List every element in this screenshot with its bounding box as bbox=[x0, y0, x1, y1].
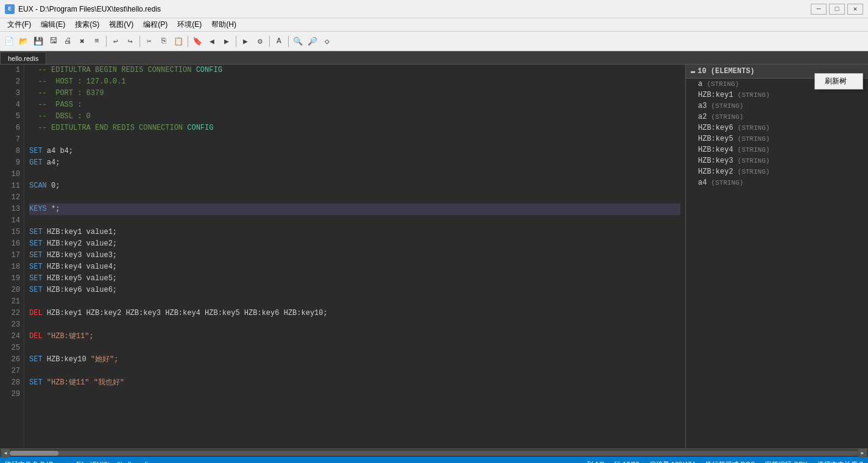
line-number-28: 28 bbox=[0, 377, 20, 389]
line-number-6: 6 bbox=[0, 122, 20, 134]
code-line-29 bbox=[29, 389, 680, 400]
cut-button[interactable]: ✂ bbox=[143, 35, 156, 48]
sep6 bbox=[288, 36, 289, 47]
mark-button[interactable]: 🔖 bbox=[191, 35, 204, 48]
open-button[interactable]: 📂 bbox=[17, 35, 30, 48]
line-number-14: 14 bbox=[0, 215, 20, 227]
line-number-26: 26 bbox=[0, 354, 20, 366]
code-token: 0; bbox=[47, 180, 60, 192]
line-numbers: 1234567891011121314151617181920212223242… bbox=[0, 65, 24, 448]
title-bar-left: E EUX - D:\Program Files\EUX\test\hello.… bbox=[5, 4, 161, 14]
horizontal-scrollbar[interactable]: ◀ ▶ bbox=[0, 448, 868, 457]
next-mark-button[interactable]: ▶ bbox=[220, 35, 233, 48]
code-line-2: -- HOST : 127.0.0.1 bbox=[29, 76, 680, 88]
code-token: SET bbox=[29, 377, 43, 389]
code-token bbox=[89, 377, 93, 389]
zoom-in-button[interactable]: 🔎 bbox=[306, 35, 319, 48]
code-token: HZB:key2 value2; bbox=[43, 238, 117, 250]
code-line-27 bbox=[29, 366, 680, 377]
save-button[interactable]: 💾 bbox=[32, 35, 45, 48]
menu-item-s[interactable]: 搜索(S) bbox=[70, 18, 104, 31]
minimize-button[interactable]: ─ bbox=[811, 4, 827, 15]
line-number-7: 7 bbox=[0, 134, 20, 146]
redo-button[interactable]: ↪ bbox=[124, 35, 137, 48]
undo-button[interactable]: ↩ bbox=[109, 35, 122, 48]
lines-button[interactable]: ≡ bbox=[90, 35, 104, 48]
tab-hello-redis[interactable]: hello.redis bbox=[0, 52, 46, 64]
save-all-button[interactable]: 🖫 bbox=[46, 35, 60, 48]
scroll-left-button[interactable]: ◀ bbox=[1, 449, 10, 458]
code-line-25 bbox=[29, 342, 680, 354]
tree-item-HZB_key4[interactable]: HZB:key4 (STRING) bbox=[686, 144, 868, 155]
code-line-20: SET HZB:key6 value6; bbox=[29, 285, 680, 296]
tree-item-HZB_key5[interactable]: HZB:key5 (STRING) bbox=[686, 133, 868, 144]
prev-mark-button[interactable]: ◀ bbox=[205, 35, 219, 48]
tree-item-HZB_key2[interactable]: HZB:key2 (STRING) bbox=[686, 166, 868, 177]
sep3 bbox=[188, 36, 188, 47]
code-token: HZB:key1 value1; bbox=[43, 227, 117, 238]
code-token: HZB:key1 HZB:key2 HZB:key3 HZB:key4 HZB:… bbox=[43, 308, 328, 319]
menu-item-p[interactable]: 编程(P) bbox=[138, 18, 172, 31]
menu-bar: 文件(F)编辑(E)搜索(S)视图(V)编程(P)环境(E)帮助(H) bbox=[0, 18, 868, 32]
title-bar: E EUX - D:\Program Files\EUX\test\hello.… bbox=[0, 0, 868, 18]
code-token: -- EDITULTRA END REDIS CONNECTION bbox=[29, 122, 187, 134]
code-line-21 bbox=[29, 296, 680, 308]
paste-button[interactable]: 📋 bbox=[172, 35, 185, 48]
tree-item-HZB_key1[interactable]: HZB:key1 (STRING) bbox=[686, 90, 868, 101]
main-area: 1234567891011121314151617181920212223242… bbox=[0, 65, 868, 448]
code-token: SET bbox=[29, 285, 43, 296]
line-number-24: 24 bbox=[0, 331, 20, 342]
status-offset: 偏移量:188/474 bbox=[649, 460, 696, 464]
scroll-track[interactable] bbox=[10, 451, 858, 456]
line-number-15: 15 bbox=[0, 227, 20, 238]
line-number-12: 12 bbox=[0, 192, 20, 203]
new-button[interactable]: 📄 bbox=[2, 35, 16, 48]
line-number-18: 18 bbox=[0, 261, 20, 273]
menu-item-e[interactable]: 环境(E) bbox=[172, 18, 206, 31]
refresh-tree-button[interactable]: 刷新树 bbox=[815, 74, 863, 89]
copy-button[interactable]: ⎘ bbox=[157, 35, 171, 48]
sep5 bbox=[269, 36, 270, 47]
line-number-19: 19 bbox=[0, 273, 20, 285]
code-token: DEL bbox=[29, 331, 43, 342]
line-number-10: 10 bbox=[0, 169, 20, 180]
code-token: DEL bbox=[29, 308, 43, 319]
line-number-8: 8 bbox=[0, 146, 20, 157]
tree-item-a2[interactable]: a2 (STRING) bbox=[686, 111, 868, 122]
line-number-13: 13 bbox=[0, 203, 20, 215]
line-number-2: 2 bbox=[0, 76, 20, 88]
tree-item-a4[interactable]: a4 (STRING) bbox=[686, 177, 868, 188]
menu-item-e[interactable]: 编辑(E) bbox=[36, 18, 70, 31]
code-line-15: SET HZB:key1 value1; bbox=[29, 227, 680, 238]
code-token: HZB:key6 value6; bbox=[43, 285, 117, 296]
code-line-7 bbox=[29, 134, 680, 146]
config-button[interactable]: ⚙ bbox=[253, 35, 267, 48]
menu-item-f[interactable]: 文件(F) bbox=[2, 18, 36, 31]
menu-item-v[interactable]: 视图(V) bbox=[104, 18, 138, 31]
sep4 bbox=[236, 36, 236, 47]
code-token: SET bbox=[29, 261, 43, 273]
sep1 bbox=[106, 36, 107, 47]
code-token: "HZB:键11"; bbox=[47, 331, 94, 342]
scroll-thumb[interactable] bbox=[10, 451, 58, 456]
tree-item-a3[interactable]: a3 (STRING) bbox=[686, 101, 868, 111]
run-button[interactable]: ▶ bbox=[239, 35, 252, 48]
code-line-5: -- DBSL : 0 bbox=[29, 111, 680, 122]
highlight-button[interactable]: ◇ bbox=[320, 35, 334, 48]
code-area[interactable]: -- EDITULTRA BEGIN REDIS CONNECTION CONF… bbox=[24, 65, 685, 448]
line-number-3: 3 bbox=[0, 88, 20, 99]
font-button[interactable]: A bbox=[272, 35, 286, 48]
line-number-4: 4 bbox=[0, 99, 20, 111]
line-number-22: 22 bbox=[0, 308, 20, 319]
print-button[interactable]: 🖨 bbox=[61, 35, 74, 48]
tree-item-HZB_key6[interactable]: HZB:key6 (STRING) bbox=[686, 122, 868, 133]
code-token: CONFIG bbox=[187, 122, 213, 134]
close-file-button[interactable]: ✖ bbox=[76, 35, 89, 48]
tree-item-HZB_key3[interactable]: HZB:key3 (STRING) bbox=[686, 155, 868, 166]
maximize-button[interactable]: □ bbox=[829, 4, 845, 15]
code-token: "HZB:键11" bbox=[47, 377, 90, 389]
menu-item-h[interactable]: 帮助(H) bbox=[206, 18, 241, 31]
scroll-right-button[interactable]: ▶ bbox=[858, 449, 867, 458]
search-button[interactable]: 🔍 bbox=[291, 35, 305, 48]
close-button[interactable]: ✕ bbox=[847, 4, 863, 15]
